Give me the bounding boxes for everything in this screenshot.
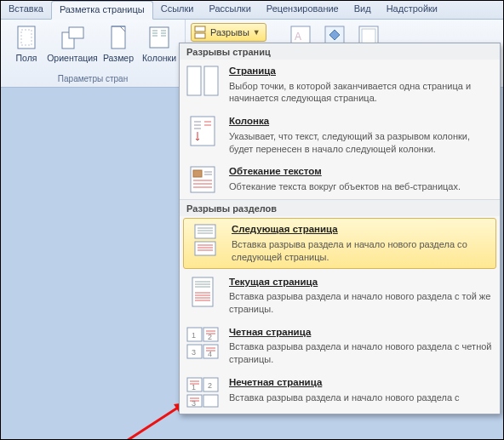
margins-button[interactable]: Поля bbox=[6, 22, 47, 65]
break-nextpage-item[interactable]: Следующая страница Вставка разрыва разде… bbox=[183, 218, 496, 268]
svg-text:1: 1 bbox=[192, 331, 196, 340]
svg-rect-23 bbox=[191, 117, 215, 146]
break-continuous-item[interactable]: Текущая страница Вставка разрыва раздела… bbox=[180, 271, 500, 321]
item-desc: Вставка разрыва раздела и начало нового … bbox=[229, 340, 493, 366]
orientation-label: Ориентация bbox=[47, 53, 98, 63]
margins-icon bbox=[13, 24, 40, 51]
item-desc: Вставка разрыва раздела и начало нового … bbox=[229, 391, 493, 404]
svg-rect-40 bbox=[195, 242, 215, 255]
columns-icon bbox=[146, 24, 173, 51]
item-desc: Указывает, что текст, следующий за разры… bbox=[229, 130, 493, 156]
svg-text:1: 1 bbox=[192, 383, 196, 391]
red-arrow-annotation bbox=[31, 394, 201, 440]
tab-mailings[interactable]: Рассылки bbox=[201, 1, 258, 19]
item-desc: Вставка разрыва раздела и начало нового … bbox=[229, 290, 493, 316]
svg-text:4: 4 bbox=[208, 350, 212, 358]
tab-view[interactable]: Вид bbox=[346, 1, 379, 19]
item-title: Следующая страница bbox=[232, 223, 490, 237]
page-setup-group-label: Параметры стран bbox=[1, 74, 185, 83]
page-breaks-header: Разрывы страниц bbox=[180, 43, 500, 60]
breaks-label: Разрывы bbox=[210, 27, 249, 37]
item-desc: Обтекание текста вокруг объектов на веб-… bbox=[229, 180, 493, 193]
evenpage-break-icon: 1234 bbox=[185, 326, 220, 366]
svg-text:2: 2 bbox=[208, 333, 212, 341]
item-title: Колонка bbox=[229, 115, 493, 129]
ribbon-tabs: Вставка Разметка страницы Ссылки Рассылк… bbox=[1, 1, 503, 20]
break-oddpage-item[interactable]: 123 Нечетная страница Вставка разрыва ра… bbox=[180, 371, 500, 414]
chevron-down-icon: ▼ bbox=[253, 28, 261, 37]
svg-text:3: 3 bbox=[192, 399, 196, 408]
break-page-item[interactable]: Страница Выбор точки, в которой заканчив… bbox=[180, 60, 500, 110]
orientation-icon bbox=[59, 24, 86, 51]
svg-rect-3 bbox=[69, 27, 83, 38]
svg-rect-12 bbox=[195, 26, 205, 31]
size-button[interactable]: Размер bbox=[98, 22, 139, 65]
size-icon bbox=[105, 24, 132, 51]
svg-rect-30 bbox=[193, 170, 202, 177]
svg-rect-36 bbox=[195, 225, 215, 238]
margins-label: Поля bbox=[16, 53, 37, 63]
size-label: Размер bbox=[103, 53, 134, 63]
svg-rect-21 bbox=[187, 66, 201, 95]
svg-text:A: A bbox=[295, 31, 301, 43]
page-setup-group: Поля Ориентация Размер Колонки Параметры… bbox=[1, 20, 186, 84]
textwrap-break-icon bbox=[185, 165, 220, 194]
svg-rect-13 bbox=[195, 33, 205, 38]
item-title: Текущая страница bbox=[229, 276, 493, 289]
page-break-icon bbox=[185, 65, 220, 105]
item-desc: Вставка разрыва раздела и начало нового … bbox=[232, 238, 490, 264]
item-desc: Выбор точки, в которой заканчивается одн… bbox=[229, 80, 493, 106]
nextpage-break-icon bbox=[187, 223, 223, 263]
columns-label: Колонки bbox=[142, 53, 176, 63]
tab-page-layout[interactable]: Разметка страницы bbox=[51, 1, 153, 20]
break-textwrap-item[interactable]: Обтекание текстом Обтекание текста вокру… bbox=[180, 160, 500, 199]
svg-rect-22 bbox=[204, 66, 218, 95]
tab-addins[interactable]: Надстройки bbox=[379, 1, 445, 19]
tab-review[interactable]: Рецензирование bbox=[259, 1, 346, 19]
columns-button[interactable]: Колонки bbox=[139, 22, 180, 65]
item-title: Нечетная страница bbox=[229, 376, 493, 390]
item-title: Обтекание текстом bbox=[229, 165, 493, 179]
breaks-dropdown: Разрывы страниц Страница Выбор точки, в … bbox=[179, 43, 501, 414]
section-breaks-header: Разрывы разделов bbox=[180, 200, 500, 216]
column-break-icon bbox=[185, 115, 220, 155]
break-column-item[interactable]: Колонка Указывает, что текст, следующий … bbox=[180, 110, 500, 160]
continuous-break-icon bbox=[185, 276, 220, 316]
svg-text:2: 2 bbox=[208, 381, 212, 390]
item-title: Четная страница bbox=[229, 326, 493, 340]
svg-line-19 bbox=[35, 403, 186, 440]
svg-rect-74 bbox=[203, 395, 218, 407]
orientation-button[interactable]: Ориентация bbox=[47, 22, 98, 65]
tab-insert[interactable]: Вставка bbox=[1, 1, 51, 19]
item-title: Страница bbox=[229, 65, 493, 78]
breaks-button[interactable]: Разрывы ▼ bbox=[191, 23, 266, 42]
oddpage-break-icon: 123 bbox=[185, 376, 220, 409]
tab-links[interactable]: Ссылки bbox=[153, 1, 202, 19]
svg-text:3: 3 bbox=[192, 348, 196, 357]
breaks-icon bbox=[193, 26, 207, 39]
break-evenpage-item[interactable]: 1234 Четная страница Вставка разрыва раз… bbox=[180, 321, 500, 371]
